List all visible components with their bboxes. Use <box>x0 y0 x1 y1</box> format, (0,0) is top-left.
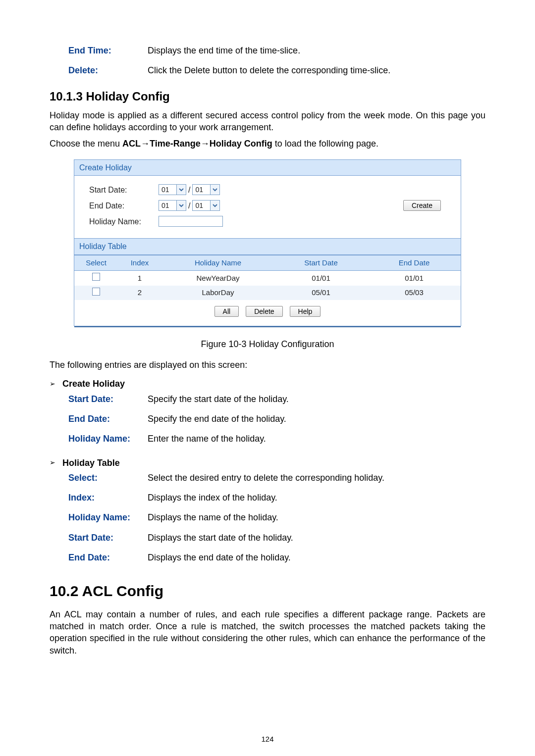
row-checkbox[interactable] <box>92 273 100 281</box>
heading-10-1-3: 10.1.3 Holiday Config <box>50 89 485 104</box>
page-number: 124 <box>0 734 535 744</box>
def-desc: Specify the end date of the holiday. <box>148 413 485 425</box>
start-day-select[interactable]: 01 <box>192 184 220 195</box>
chevron-down-icon <box>210 185 219 195</box>
def-end-date-t: End Date: Displays the end date of the h… <box>68 552 485 563</box>
def-desc: Displays the name of the holiday. <box>148 511 485 523</box>
def-term: Start Date: <box>68 393 148 405</box>
def-end-date: End Date: Specify the end date of the ho… <box>68 413 485 425</box>
cell-end-date: 01/01 <box>368 271 461 286</box>
start-month-select[interactable]: 01 <box>159 184 186 195</box>
entries-intro: The following entries are displayed on t… <box>50 359 485 371</box>
def-holiday-name-t: Holiday Name: Displays the name of the h… <box>68 511 485 523</box>
def-desc: Displays the start date of the holiday. <box>148 532 485 544</box>
def-term: End Date: <box>68 413 148 425</box>
cell-index: 2 <box>118 286 161 300</box>
def-term: Holiday Name: <box>68 433 148 445</box>
def-desc: Displays the index of the holiday. <box>148 492 485 504</box>
table-row: 1 NewYearDay 01/01 01/01 <box>74 271 461 286</box>
col-select: Select <box>74 255 118 271</box>
all-button[interactable]: All <box>214 306 239 317</box>
chevron-down-icon <box>210 201 219 210</box>
figure-holiday-config: Create Holiday Start Date: End Date: Hol… <box>50 159 485 327</box>
def-term: Holiday Name: <box>68 511 148 523</box>
delete-button[interactable]: Delete <box>246 306 282 317</box>
cell-start-date: 01/01 <box>274 271 368 286</box>
label-start-date: Start Date: <box>89 182 159 198</box>
def-desc: Click the Delete button to delete the co… <box>148 64 485 76</box>
col-index: Index <box>118 255 161 271</box>
figure-caption: Figure 10-3 Holiday Configuration <box>50 338 485 350</box>
page: End Time: Displays the end time of the t… <box>0 0 535 756</box>
def-start-date-t: Start Date: Displays the start date of t… <box>68 532 485 544</box>
def-index: Index: Displays the index of the holiday… <box>68 492 485 504</box>
def-delete: Delete: Click the Delete button to delet… <box>68 64 485 76</box>
defs-holiday-table: Select: Select the desired entry to dele… <box>68 472 485 563</box>
panel-bottom-rule <box>74 326 461 327</box>
defs-create-holiday: Start Date: Specify the start date of th… <box>68 393 485 445</box>
row-checkbox[interactable] <box>92 288 100 296</box>
end-day-select[interactable]: 01 <box>192 200 220 211</box>
cell-start-date: 05/01 <box>274 286 368 300</box>
def-holiday-name: Holiday Name: Enter the name of the holi… <box>68 433 485 445</box>
cell-end-date: 05/03 <box>368 286 461 300</box>
create-button[interactable]: Create <box>403 200 441 211</box>
def-term: Delete: <box>68 64 148 76</box>
cell-index: 1 <box>118 271 161 286</box>
col-start-date: Start Date <box>274 255 368 271</box>
holiday-config-intro: Holiday mode is applied as a different s… <box>50 109 485 134</box>
holiday-table: Select Index Holiday Name Start Date End… <box>74 255 461 300</box>
slash: / <box>188 185 190 196</box>
group-title: Create Holiday <box>62 378 125 390</box>
label-end-date: End Date: <box>89 198 159 213</box>
heading-10-2: 10.2 ACL Config <box>50 581 485 602</box>
cell-holiday-name: NewYearDay <box>161 271 274 286</box>
def-desc: Select the desired entry to delete the c… <box>148 472 485 484</box>
col-holiday-name: Holiday Name <box>161 255 274 271</box>
menu-path: ACL→Time-Range→Holiday Config <box>122 139 272 149</box>
holiday-name-input[interactable] <box>159 216 223 227</box>
form-labels: Start Date: End Date: Holiday Name: <box>89 182 159 229</box>
acl-config-para: An ACL may contain a number of rules, an… <box>50 608 485 656</box>
end-day-value: 01 <box>193 201 210 210</box>
menu-suffix: to load the following page. <box>272 139 378 149</box>
create-holiday-form: Start Date: End Date: Holiday Name: 01 /… <box>74 176 461 238</box>
form-fields: 01 / 01 01 / <box>159 182 307 229</box>
label-holiday-name: Holiday Name: <box>89 213 159 229</box>
table-row: 2 LaborDay 05/01 05/03 <box>74 286 461 300</box>
def-select: Select: Select the desired entry to dele… <box>68 472 485 484</box>
group-holiday-table: ➢ Holiday Table <box>50 457 485 469</box>
chevron-down-icon <box>176 201 186 210</box>
create-holiday-title: Create Holiday <box>74 159 461 176</box>
def-desc: Displays the end date of the holiday. <box>148 552 485 563</box>
def-start-date: Start Date: Specify the start date of th… <box>68 393 485 405</box>
def-desc: Displays the end time of the time-slice. <box>148 45 485 56</box>
cell-holiday-name: LaborDay <box>161 286 274 300</box>
start-month-value: 01 <box>159 185 176 195</box>
def-end-time: End Time: Displays the end time of the t… <box>68 45 485 56</box>
start-day-value: 01 <box>193 185 210 195</box>
create-button-area: Create <box>307 182 446 229</box>
end-month-select[interactable]: 01 <box>159 200 186 211</box>
def-desc: Specify the start date of the holiday. <box>148 393 485 405</box>
arrow-icon: ➢ <box>50 379 55 389</box>
def-desc: Enter the name of the holiday. <box>148 433 485 445</box>
menu-instruction: Choose the menu ACL→Time-Range→Holiday C… <box>50 138 485 150</box>
menu-prefix: Choose the menu <box>50 139 122 149</box>
group-create-holiday: ➢ Create Holiday <box>50 378 485 390</box>
def-term: End Date: <box>68 552 148 563</box>
chevron-down-icon <box>176 185 186 195</box>
def-term: Index: <box>68 492 148 504</box>
def-term: Start Date: <box>68 532 148 544</box>
holiday-table-title: Holiday Table <box>74 238 461 255</box>
def-term: Select: <box>68 472 148 484</box>
arrow-icon: ➢ <box>50 458 55 467</box>
end-month-value: 01 <box>159 201 176 210</box>
col-end-date: End Date <box>368 255 461 271</box>
def-term: End Time: <box>68 45 148 56</box>
group-title: Holiday Table <box>62 457 120 469</box>
top-defs: End Time: Displays the end time of the t… <box>68 45 485 77</box>
slash: / <box>188 201 190 211</box>
help-button[interactable]: Help <box>290 306 321 317</box>
holiday-config-panel: Create Holiday Start Date: End Date: Hol… <box>74 159 461 326</box>
